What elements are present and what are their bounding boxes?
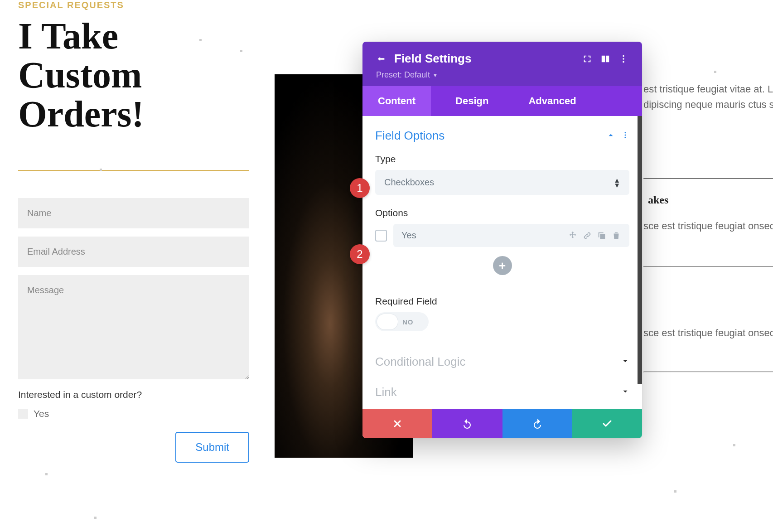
expand-icon[interactable] xyxy=(582,54,592,64)
required-toggle[interactable]: NO xyxy=(375,312,429,331)
preset-label: Preset: Default xyxy=(376,70,430,80)
list-divider xyxy=(643,372,773,372)
message-textarea[interactable] xyxy=(18,275,249,379)
chevron-down-icon[interactable] xyxy=(621,387,629,397)
select-caret-icon: ▲▼ xyxy=(614,178,620,187)
list-divider xyxy=(643,178,773,179)
caret-down-icon: ▼ xyxy=(433,73,438,78)
custom-order-checkbox[interactable] xyxy=(18,409,28,419)
back-icon[interactable] xyxy=(376,54,386,64)
move-icon[interactable] xyxy=(568,231,578,241)
tab-content[interactable]: Content xyxy=(362,86,431,116)
svg-point-3 xyxy=(625,132,626,133)
submit-button[interactable]: Submit xyxy=(175,432,249,463)
svg-point-2 xyxy=(623,61,624,63)
toggle-knob xyxy=(377,314,398,329)
option-value: Yes xyxy=(401,230,416,241)
add-option-button[interactable]: + xyxy=(493,256,512,275)
section-conditional-logic-title[interactable]: Conditional Logic xyxy=(375,355,465,369)
svg-point-1 xyxy=(623,58,624,60)
preset-selector[interactable]: Preset: Default ▼ xyxy=(376,70,628,80)
cancel-button[interactable] xyxy=(362,409,432,438)
type-label: Type xyxy=(375,154,629,164)
option-checkbox[interactable] xyxy=(375,230,387,242)
list-divider xyxy=(643,266,773,267)
product-item-title: akes xyxy=(648,194,668,206)
required-label: Required Field xyxy=(375,296,629,307)
option-item[interactable]: Yes xyxy=(393,224,629,247)
section-link-title[interactable]: Link xyxy=(375,385,397,399)
annotation-badge-2: 2 xyxy=(350,244,370,264)
checkbox-group-label: Interested in a custom order? xyxy=(18,389,249,400)
close-icon xyxy=(392,418,403,429)
intro-paragraph: est tristique feugiat vitae at. Lorem le… xyxy=(643,82,773,112)
svg-point-4 xyxy=(625,134,626,135)
type-select-value: Checkboxes xyxy=(384,177,434,188)
tab-design[interactable]: Design xyxy=(440,86,504,116)
svg-point-5 xyxy=(625,136,626,138)
section-menu-icon[interactable] xyxy=(621,131,629,141)
scrollbar-thumb[interactable] xyxy=(638,116,642,384)
chevron-up-icon[interactable] xyxy=(607,131,615,141)
annotation-badge-1: 1 xyxy=(350,178,370,198)
name-input[interactable] xyxy=(18,198,249,228)
product-item-desc: sce est tristique feugiat onsequat oreme… xyxy=(643,218,773,233)
trash-icon[interactable] xyxy=(611,231,621,241)
chevron-down-icon[interactable] xyxy=(621,357,629,367)
undo-icon xyxy=(462,418,473,429)
layout-icon[interactable] xyxy=(600,54,610,64)
field-settings-modal: Field Settings Preset: Default ▼ Content… xyxy=(362,42,642,438)
divider-accent xyxy=(18,170,249,171)
email-input[interactable] xyxy=(18,237,249,267)
page-headline: I Take Custom Orders! xyxy=(18,17,249,134)
redo-icon xyxy=(532,418,543,429)
undo-button[interactable] xyxy=(432,409,502,438)
kebab-menu-icon[interactable] xyxy=(618,54,628,64)
type-select[interactable]: Checkboxes ▲▼ xyxy=(375,170,629,195)
toggle-state-label: NO xyxy=(402,318,414,326)
svg-point-0 xyxy=(623,55,624,57)
check-icon xyxy=(602,418,613,429)
section-eyebrow: SPECIAL REQUESTS xyxy=(18,0,249,10)
options-label: Options xyxy=(375,208,629,218)
modal-title: Field Settings xyxy=(394,52,574,66)
product-item-desc: sce est tristique feugiat onsequat oreme… xyxy=(643,325,773,340)
confirm-button[interactable] xyxy=(572,409,642,438)
link-icon[interactable] xyxy=(582,231,592,241)
custom-order-checkbox-label: Yes xyxy=(34,408,49,419)
duplicate-icon[interactable] xyxy=(597,231,607,241)
section-field-options-title[interactable]: Field Options xyxy=(375,129,444,143)
redo-button[interactable] xyxy=(502,409,572,438)
tab-advanced[interactable]: Advanced xyxy=(513,86,591,116)
